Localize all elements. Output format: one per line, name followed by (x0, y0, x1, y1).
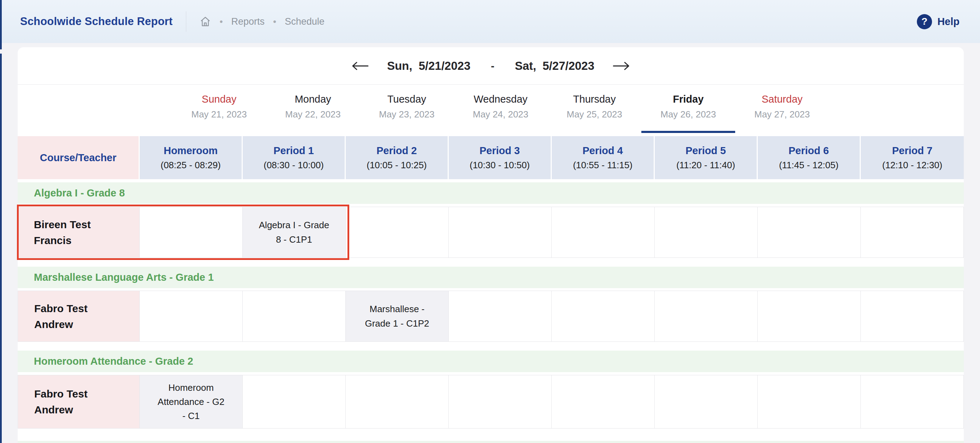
tab-sunday[interactable]: Sunday May 21, 2023 (172, 85, 266, 133)
breadcrumb: • Reports • Schedule (200, 16, 324, 27)
header-homeroom: Homeroom (08:25 - 08:29) (140, 136, 243, 179)
header-period-3: Period 3 (10:30 - 10:50) (449, 136, 552, 179)
schedule-cell-period-3 (449, 291, 552, 342)
schedule-cell-period-2: Marshallese - Grade 1 - C1P2 (346, 291, 449, 342)
column-name: Period 2 (376, 145, 417, 157)
day-tabs: Sunday May 21, 2023 Monday May 22, 2023 … (18, 85, 964, 133)
teacher-name: Fabro Test Andrew (34, 300, 108, 332)
day-name: Friday (641, 94, 735, 105)
tab-tuesday[interactable]: Tuesday May 23, 2023 (360, 85, 453, 133)
help-button[interactable]: ? Help (917, 14, 959, 29)
teacher-name: Fabro Test Andrew (34, 386, 108, 418)
home-icon[interactable] (200, 16, 211, 27)
week-start-date: 5/21/2023 (419, 59, 471, 73)
teacher-cell: Bireen Test Francis (18, 207, 140, 258)
column-time: (11:20 - 11:40) (676, 160, 735, 171)
table-row: Fabro Test Andrew Marshallese - Grade 1 … (18, 291, 964, 342)
tab-saturday[interactable]: Saturday May 27, 2023 (735, 85, 829, 133)
schedule-cell-period-4 (552, 207, 655, 258)
column-name: Period 6 (788, 145, 829, 157)
column-time: (08:30 - 10:00) (264, 160, 324, 171)
day-date: May 25, 2023 (547, 109, 641, 120)
column-time: (10:30 - 10:50) (469, 160, 530, 171)
help-label: Help (937, 16, 959, 27)
teacher-name: Bireen Test Francis (34, 217, 108, 248)
schedule-cell-period-6 (758, 375, 861, 429)
day-date: May 27, 2023 (735, 109, 829, 120)
schedule-cell-homeroom (140, 291, 243, 342)
schedule-header-row: Course/Teacher Homeroom (08:25 - 08:29) … (18, 136, 964, 179)
week-end-date: 5/27/2023 (542, 59, 594, 73)
schedule-cell-period-5 (655, 207, 758, 258)
right-arrow-icon[interactable] (610, 59, 633, 73)
schedule-cell-period-6 (758, 291, 861, 342)
question-mark-circle-icon: ? (917, 14, 932, 29)
schedule-cell-period-4 (552, 375, 655, 429)
schedule-cell-period-5 (655, 375, 758, 429)
schedule-cell-period-6 (758, 207, 861, 258)
schedule-cell-homeroom: Homeroom Attendance - G2 - C1 (140, 375, 243, 429)
tab-thursday[interactable]: Thursday May 25, 2023 (547, 85, 641, 133)
day-name: Wednesday (453, 94, 547, 105)
group-header-partial (18, 441, 964, 443)
header-period-6: Period 6 (11:45 - 12:05) (758, 136, 861, 179)
breadcrumb-item-schedule[interactable]: Schedule (285, 16, 325, 27)
day-name: Saturday (735, 94, 829, 105)
header-period-7: Period 7 (12:10 - 12:30) (861, 136, 964, 179)
day-date: May 22, 2023 (266, 109, 360, 120)
left-arrow-icon[interactable] (349, 59, 371, 73)
table-row: Fabro Test Andrew Homeroom Attendance - … (18, 375, 964, 429)
top-bar: Schoolwide Schedule Report • Reports • S… (2, 0, 980, 43)
week-end-day: Sat, (515, 59, 536, 73)
day-name: Tuesday (360, 94, 453, 105)
column-time: (08:25 - 08:29) (161, 160, 221, 171)
day-date: May 23, 2023 (360, 109, 453, 120)
tab-monday[interactable]: Monday May 22, 2023 (266, 85, 360, 133)
header-period-1: Period 1 (08:30 - 10:00) (243, 136, 346, 179)
week-navigation: Sun, 5/21/2023 - Sat, 5/27/2023 (18, 47, 964, 85)
column-time: (11:45 - 12:05) (779, 160, 838, 171)
day-name: Monday (266, 94, 360, 105)
column-time: (10:05 - 10:25) (366, 160, 427, 171)
breadcrumb-separator: • (273, 16, 276, 27)
week-start-day: Sun, (387, 59, 412, 73)
day-date: May 24, 2023 (453, 109, 547, 120)
schedule-cell-period-7 (861, 375, 964, 429)
tab-friday-selected[interactable]: Friday May 26, 2023 (641, 85, 735, 133)
schedule-report-card: Sun, 5/21/2023 - Sat, 5/27/2023 Sunday M… (18, 47, 964, 443)
day-date: May 26, 2023 (641, 109, 735, 120)
group-header-algebra: Algebra I - Grade 8 (18, 183, 964, 204)
schedule-cell-period-7 (861, 207, 964, 258)
day-name: Thursday (547, 94, 641, 105)
group-header-marshallese: Marshallese Language Arts - Grade 1 (18, 267, 964, 288)
day-date: May 21, 2023 (172, 109, 266, 120)
header-course-teacher: Course/Teacher (18, 136, 140, 179)
schedule-cell-period-5 (655, 291, 758, 342)
column-time: (10:55 - 11:15) (573, 160, 633, 171)
column-name: Course/Teacher (40, 152, 116, 164)
teacher-cell: Fabro Test Andrew (18, 291, 140, 342)
schedule-cell-period-1: Algebra I - Grade 8 - C1P1 (243, 207, 346, 258)
nav-edge-strip (0, 0, 2, 49)
cell-text: Marshallese - Grade 1 - C1P2 (361, 302, 433, 330)
nav-edge-strip (0, 54, 2, 443)
table-row: Bireen Test Francis Algebra I - Grade 8 … (18, 207, 964, 258)
day-name: Sunday (172, 94, 266, 105)
breadcrumb-item-reports[interactable]: Reports (231, 16, 264, 27)
column-time: (12:10 - 12:30) (882, 160, 943, 171)
schedule-cell-period-1 (243, 291, 346, 342)
teacher-cell: Fabro Test Andrew (18, 375, 140, 429)
schedule-cell-period-3 (449, 207, 552, 258)
week-range-separator: - (491, 60, 494, 72)
schedule-cell-period-4 (552, 291, 655, 342)
title-divider (186, 11, 186, 32)
column-name: Period 7 (892, 145, 932, 157)
schedule-cell-period-7 (861, 291, 964, 342)
tab-wednesday[interactable]: Wednesday May 24, 2023 (453, 85, 547, 133)
column-name: Period 4 (582, 145, 623, 157)
header-period-4: Period 4 (10:55 - 11:15) (552, 136, 655, 179)
schedule-cell-period-2 (346, 207, 449, 258)
cell-text: Homeroom Attendance - G2 - C1 (155, 381, 227, 423)
header-period-2: Period 2 (10:05 - 10:25) (346, 136, 449, 179)
group-header-homeroom-attendance: Homeroom Attendance - Grade 2 (18, 351, 964, 372)
